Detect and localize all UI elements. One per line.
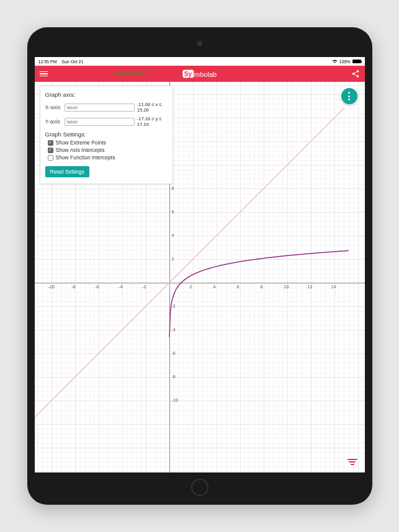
x-range-text: -11.66 ≤ x ≤ 15.26 <box>137 102 168 113</box>
y-axis-input[interactable] <box>65 118 135 126</box>
brand-logo: Symbolab <box>182 70 217 78</box>
x-axis-label: X-axis <box>45 104 62 110</box>
y-axis-row: Y-axis -17.16 ≤ y ≤ 17.16 <box>45 116 168 127</box>
x-axis-row: X-axis -11.66 ≤ x ≤ 15.26 <box>45 102 168 113</box>
menu-icon[interactable] <box>40 71 48 77</box>
panel-axis-title: Graph axis: <box>45 91 168 98</box>
settings-panel: Graph axis: X-axis -11.66 ≤ x ≤ 15.26 Y-… <box>40 86 173 184</box>
battery-icon <box>352 60 361 63</box>
app-header: Symbolab <box>35 66 365 82</box>
toolbar-placeholder <box>115 73 145 76</box>
y-axis-label: Y-axis <box>45 118 62 125</box>
status-time: 12:55 PM <box>38 60 57 64</box>
more-fab[interactable] <box>341 88 357 104</box>
x-axis-input[interactable] <box>65 104 135 112</box>
battery-pct: 100% <box>339 60 351 64</box>
reset-button[interactable]: Reset Settings <box>45 166 89 177</box>
opt-extreme-label: Show Extreme Points <box>56 140 106 146</box>
brand-text: mbolab <box>194 70 217 78</box>
opt-func-int-row: Show Function Intercepts <box>45 154 168 161</box>
opt-axis-int-checkbox[interactable]: ✓ <box>48 148 53 153</box>
graph-area[interactable]: -10-8-6-4-22468101214-10-8-6-4-22468 Gra… <box>35 82 365 472</box>
opt-func-int-label: Show Function Intercepts <box>56 154 115 161</box>
opt-axis-int-label: Show Axis Intercepts <box>56 147 105 153</box>
share-icon[interactable] <box>351 69 360 78</box>
y-range-text: -17.16 ≤ y ≤ 17.16 <box>137 116 168 127</box>
status-left: 12:55 PM Sun Oct 21 <box>38 60 84 64</box>
brand-box: Sy <box>182 70 194 78</box>
status-right: 100% <box>332 60 361 64</box>
settings-title: Graph Settings: <box>45 131 168 138</box>
opt-extreme-checkbox[interactable]: ✓ <box>48 140 53 146</box>
opt-axis-int-row: ✓ Show Axis Intercepts <box>45 147 168 153</box>
screen: 12:55 PM Sun Oct 21 100% Symbolab - <box>35 57 365 472</box>
wifi-icon <box>332 60 338 63</box>
filter-fab[interactable] <box>346 456 359 468</box>
opt-func-int-checkbox[interactable] <box>48 155 53 161</box>
home-button[interactable] <box>191 479 208 496</box>
x-axis <box>35 283 365 283</box>
status-date: Sun Oct 21 <box>61 60 83 64</box>
camera-dot <box>197 41 202 46</box>
tablet-frame: 12:55 PM Sun Oct 21 100% Symbolab - <box>27 27 372 505</box>
status-bar: 12:55 PM Sun Oct 21 100% <box>35 57 365 66</box>
opt-extreme-row: ✓ Show Extreme Points <box>45 140 168 146</box>
